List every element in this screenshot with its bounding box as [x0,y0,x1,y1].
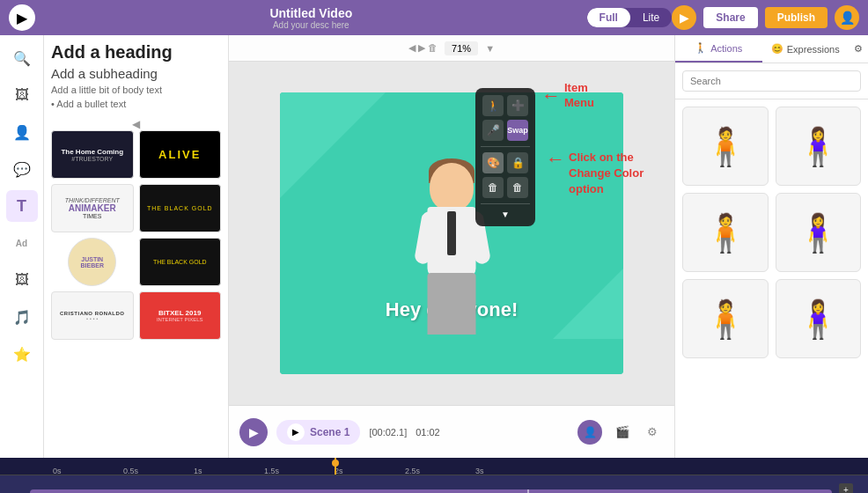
template-card-1[interactable]: The Home Coming #TRUESTORY [51,130,134,179]
item-menu-walk-btn[interactable]: 🚶 [482,95,504,116]
film-icon[interactable]: 🎬 [611,421,634,444]
characters-grid: 🧍 🧍‍♀️ 🧍 🧍‍♀️ 🧍 🧍‍♀️ [675,99,868,365]
item-menu-row-2: 🎤 Swap [481,120,530,141]
settings-gear-icon: ⚙ [854,43,863,55]
character-card-4[interactable]: 🧍‍♀️ [776,193,862,272]
item-menu-color-btn[interactable]: 🎨 [482,152,504,173]
preview-play-button[interactable]: ▶ [672,5,696,30]
canvas-play-button[interactable]: ▶ [239,418,268,446]
item-menu-sep-1 [481,146,530,147]
mode-full-button[interactable]: Full [587,8,630,27]
ruler-mark-3s: 3s [475,467,484,475]
template-card-8[interactable]: BITXEL 2019 INTERNET PIXELS [139,291,222,340]
char-tie [447,211,456,255]
timeline-ruler: 0s 0.5s 1s 1.5s 2s 2.5s 3s [0,458,868,475]
character-card-1[interactable]: 🧍 [682,107,769,186]
tab-expressions-label: Expressions [787,44,840,55]
timeline-tracks: ▶ + - Zoom [0,475,868,493]
text-templates: Add a heading Add a subheading Add a lit… [51,42,221,109]
ruler-mark-0-5s: 0.5s [123,467,138,475]
char-icon-4: 🧍‍♀️ [795,211,841,254]
canvas-area: ◀ ▶ 🗑 71% ▼ Hey everyone! [229,35,674,458]
character-card-6[interactable]: 🧍‍♀️ [776,279,862,358]
item-menu-chevron[interactable]: ▼ [501,210,510,219]
video-title: Untitled Video [35,6,587,20]
char-icon-5: 🧍 [702,298,748,341]
settings-icon[interactable]: ⚙ [641,421,664,444]
sidebar-item-image[interactable]: 🖼 [6,264,38,296]
zoom-display[interactable]: 71% [445,41,478,55]
time-current: [00:02.1] [369,427,407,438]
sidebar-item-search[interactable]: 🔍 [6,42,38,74]
publish-button[interactable]: Publish [765,7,828,28]
logo-icon: ▶ [17,10,27,26]
sidebar-item-media[interactable]: 🖼 [6,79,38,111]
main-track[interactable] [30,489,832,493]
sidebar-item-favorites[interactable]: ⭐ [6,338,38,370]
avatar[interactable]: 👤 [835,5,859,30]
logo[interactable]: ▶ [9,4,35,31]
character-card-2[interactable]: 🧍‍♀️ [776,107,862,186]
video-canvas: Hey everyone! [280,92,623,374]
item-menu-bottom: ▼ [481,210,530,219]
char-icon-6: 🧍‍♀️ [795,298,841,341]
canvas-bottom-bar: ▶ ▶ Scene 1 [00:02.1] 01:02 👤 🎬 ⚙ [229,405,674,458]
canvas-toolbar-right: ▼ [485,43,495,54]
tab-expressions[interactable]: 😊 Expressions [762,35,850,63]
canvas-triangle-tl [280,92,386,198]
item-menu-popup: 🚶 ➕ 🎤 Swap 🎨 🔒 🗑 🗑 ▼ [475,88,535,226]
timeline-area: 0s 0.5s 1s 1.5s 2s 2.5s 3s ▶ + - Zoom [0,458,868,493]
zoom-plus-button[interactable]: + [839,483,853,493]
item-menu-mic-btn[interactable]: 🎤 [482,120,504,141]
right-panel-tabs: 🚶 Actions 😊 Expressions ⚙ [675,35,868,63]
sidebar-item-text[interactable]: T [6,190,38,222]
sidebar-item-ad[interactable]: Ad [6,227,38,259]
template-cards: The Home Coming #TRUESTORY ALIVE THINK/D… [51,130,221,340]
template-card-4[interactable]: THE BLACK GOLD [139,184,222,232]
item-menu-add-btn[interactable]: ➕ [507,95,528,116]
template-card-3[interactable]: THINK/DIFFERENT ANIMAKER TIMES [51,184,134,232]
sidebar-item-speech[interactable]: 💬 [6,153,38,185]
bottom-icons: 🎬 ⚙ [611,421,664,444]
mode-lite-button[interactable]: Lite [630,8,672,27]
character-card-5[interactable]: 🧍 [682,279,769,358]
body-template[interactable]: Add a little bit of body text [51,85,221,95]
top-bar: ▶ Untitled Video Add your desc here Full… [0,0,868,35]
item-menu-sep-2 [481,203,530,204]
search-section [675,63,868,99]
item-menu-delete-btn[interactable]: 🗑 [482,177,504,198]
templates-panel: Add a heading Add a subheading Add a lit… [44,35,229,458]
main-layout: 🔍 🖼 👤 💬 T Ad 🖼 🎵 ⭐ Add a heading Add a s… [0,35,868,458]
title-section: Untitled Video Add your desc here [35,6,587,30]
video-subtitle: Add your desc here [35,20,587,30]
canvas-content: Hey everyone! 🚶 ➕ [229,62,674,405]
character-card-3[interactable]: 🧍 [682,193,769,272]
subheading-template[interactable]: Add a subheading [51,66,221,81]
share-button[interactable]: Share [703,7,757,28]
item-menu-swap-btn[interactable]: Swap [507,120,528,141]
sidebar-item-character[interactable]: 👤 [6,116,38,148]
item-menu-row-3: 🎨 🔒 [481,152,530,173]
template-card-6[interactable]: THE BLACK GOLD [139,238,222,286]
tab-actions[interactable]: 🚶 Actions [675,35,762,63]
tab-settings[interactable]: ⚙ [849,35,868,63]
search-input[interactable] [682,70,861,92]
item-menu-row-1: 🚶 ➕ [481,95,530,116]
item-menu-row-4: 🗑 🗑 [481,177,530,198]
template-card-7[interactable]: CRISTIANO RONALDO • • • • [51,291,134,340]
item-menu-delete2-btn[interactable]: 🗑 [507,177,528,198]
left-sidebar: 🔍 🖼 👤 💬 T Ad 🖼 🎵 ⭐ [0,35,44,458]
scene-avatar[interactable]: 👤 [577,420,602,445]
scene-button[interactable]: ▶ Scene 1 [276,420,360,445]
item-menu-lock-btn[interactable]: 🔒 [507,152,528,173]
canvas-toolbar: ◀ ▶ 🗑 71% ▼ [229,35,674,62]
heading-template[interactable]: Add a heading [51,42,221,63]
timeline-zoom: + - Zoom [839,483,859,493]
playhead-ruler [335,458,336,475]
ruler-mark-1-5s: 1.5s [264,467,279,475]
template-card-2[interactable]: ALIVE [139,130,222,179]
sidebar-item-music[interactable]: 🎵 [6,301,38,333]
template-card-5[interactable]: JUSTIN BIEBER [68,238,116,286]
right-panel: 🚶 Actions 😊 Expressions ⚙ 🧍 🧍‍♀️ 🧍 [674,35,868,458]
char-pants [428,273,476,335]
